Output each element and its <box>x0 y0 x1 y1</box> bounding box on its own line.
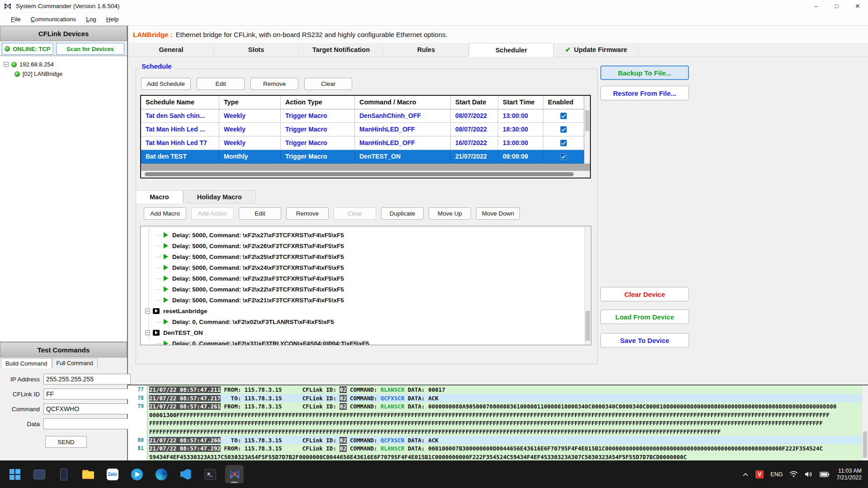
scan-for-devices-button[interactable]: Scan for Devices <box>56 43 124 55</box>
enabled-checkbox[interactable] <box>560 153 567 160</box>
taskbar-icon-phone-link[interactable] <box>54 465 73 483</box>
log-row[interactable]: 59434F4EF45330323A317C5030323A54F5F55D7D… <box>128 453 868 460</box>
menu-item-communications[interactable]: Communications <box>26 14 81 24</box>
load-from-device-button[interactable]: Load From Device <box>600 310 689 324</box>
ip-address-input[interactable] <box>43 374 131 385</box>
table-row[interactable]: Tat Man Hinh Led T7WeeklyTrigger MacroMa… <box>141 136 590 150</box>
scrollbar-thumb[interactable] <box>145 172 574 176</box>
macro-tree-item[interactable]: Delay: 5000, Command: \xF2\x23\xF3TCFXRS… <box>141 273 591 284</box>
menu-item-file[interactable]: File <box>6 14 26 24</box>
collapse-icon[interactable] <box>145 309 150 314</box>
tab-target-notification[interactable]: Target Notification <box>299 43 384 56</box>
menu-item-log[interactable]: Log <box>81 14 101 24</box>
data-input[interactable] <box>43 418 131 429</box>
unikey-icon[interactable]: V <box>755 470 764 479</box>
taskbar-icon-edge[interactable] <box>152 465 170 483</box>
send-button[interactable]: SEND <box>45 436 87 448</box>
log-row[interactable]: FFFFFFFFFFFFFFFFFFFFFFFFFFFFFFFFFFFFFFFF… <box>128 419 868 427</box>
column-header-command-macro[interactable]: Command / Macro <box>355 96 451 109</box>
macro-tab-macro[interactable]: Macro <box>136 190 183 203</box>
clear-button[interactable]: Clear <box>334 207 376 220</box>
macro-tree-item[interactable]: resetLanbridge <box>141 305 591 316</box>
volume-icon[interactable] <box>805 471 813 478</box>
tc-tab-build-command[interactable]: Build Command <box>1 358 52 368</box>
enabled-checkbox[interactable] <box>560 113 567 119</box>
collapse-icon[interactable] <box>145 330 150 335</box>
duplicate-button[interactable]: Duplicate <box>381 207 424 220</box>
log-row[interactable]: 00001300FFFFFFFFFFFFFFFFFFFFFFFFFFFFFFFF… <box>128 411 868 419</box>
add-action-button[interactable]: Add Action <box>191 207 234 220</box>
schedule-table-vertical-scrollbar[interactable] <box>584 96 590 164</box>
move-down-button[interactable]: Move Down <box>476 207 520 220</box>
macro-tree-item[interactable]: Delay: 0, Command: \xF2\x31\xF3TRLYCON\x… <box>141 338 591 345</box>
table-row[interactable]: Bat den TESTMonthlyTrigger MacroDenTEST_… <box>141 150 590 164</box>
log-vertical-scrollbar[interactable] <box>862 385 868 460</box>
log-row[interactable]: 7721/07/22 08:57:47.211 FROM: 115.78.3.1… <box>128 385 868 394</box>
taskbar-icon-file-explorer[interactable] <box>79 465 97 483</box>
remove-button[interactable]: Remove <box>250 78 298 90</box>
taskbar-icon-terminal[interactable]: M_ <box>201 465 219 483</box>
tab-update-firmware[interactable]: ✔Update Firmware <box>554 43 639 56</box>
device-tree-item-lanbridge[interactable]: [02] LANBridge <box>4 69 127 79</box>
tab-scheduler[interactable]: Scheduler <box>469 43 554 57</box>
macro-tab-holiday-macro[interactable]: Holiday Macro <box>183 190 256 203</box>
enabled-checkbox[interactable] <box>560 126 567 133</box>
column-header-enabled[interactable]: Enabled <box>543 96 584 109</box>
schedule-table-horizontal-scrollbar[interactable] <box>141 171 590 178</box>
taskbar-icon-telegram[interactable] <box>127 465 146 483</box>
tab-rules[interactable]: Rules <box>384 43 469 56</box>
maximize-button[interactable]: □ <box>826 0 847 12</box>
collapse-icon[interactable] <box>4 62 9 67</box>
save-to-device-button[interactable]: Save To Device <box>600 333 689 347</box>
add-schedule-button[interactable]: Add Schedule <box>141 78 191 90</box>
column-header-action-type[interactable]: Action Type <box>281 96 355 109</box>
macro-tree-item[interactable]: Delay: 5000, Command: \xF2\x21\xF3TCFXRS… <box>141 295 591 305</box>
table-row[interactable]: Tat Man Hinh Led ...WeeklyTrigger MacroM… <box>141 123 590 136</box>
macro-tree-item[interactable]: Delay: 5000, Command: \xF2\x25\xF3TCFXRS… <box>141 251 591 262</box>
column-header-type[interactable]: Type <box>219 96 281 109</box>
column-header-schedule-name[interactable]: Schedule Name <box>141 96 219 109</box>
move-up-button[interactable]: Move Up <box>429 207 471 220</box>
macro-tree-item[interactable]: Delay: 5000, Command: \xF2\x27\xF3TCFXRS… <box>141 230 591 240</box>
taskbar-icon-keyboard-app[interactable] <box>30 465 48 483</box>
minimize-button[interactable]: – <box>806 0 826 12</box>
add-macro-button[interactable]: Add Macro <box>144 207 186 220</box>
macro-tree-item[interactable]: Delay: 5000, Command: \xF2\x24\xF3TCFXRS… <box>141 262 591 273</box>
log-row[interactable]: 7821/07/22 08:57:47.217 TO: 115.78.3.15 … <box>128 394 868 403</box>
language-indicator[interactable]: ENG <box>770 471 783 478</box>
macro-tree-item[interactable]: DenTEST_ON <box>141 327 591 338</box>
taskbar-icon-vscode[interactable] <box>176 465 195 483</box>
close-button[interactable]: ✕ <box>847 0 868 12</box>
column-header-start-time[interactable]: Start Time <box>498 96 543 109</box>
remove-button[interactable]: Remove <box>286 207 329 220</box>
tab-general[interactable]: General <box>129 43 214 56</box>
edit-button[interactable]: Edit <box>197 78 245 90</box>
taskbar-clock[interactable]: 11:03 AM 7/21/2022 <box>836 468 862 481</box>
restore-from-file-button[interactable]: Restore From File... <box>600 86 689 100</box>
log-row[interactable]: FFFFFFFFFFFFFFFFFFFFFFFFFFFFFFFFFFFFFFFF… <box>128 427 868 436</box>
macro-tree-item[interactable]: Delay: 5000, Command: \xF2\x26\xF3TCFXRS… <box>141 240 591 251</box>
log-row[interactable]: 7921/07/22 08:57:47.261 FROM: 115.78.3.1… <box>128 402 868 411</box>
device-tree-root[interactable]: 192.68.8.254 <box>4 60 127 69</box>
online-status-button[interactable]: ONLINE: TCP <box>2 43 53 55</box>
enabled-checkbox[interactable] <box>560 140 567 146</box>
log-row[interactable]: 8121/07/22 08:57:47.292 FROM: 115.78.3.1… <box>128 444 868 453</box>
clear-device-button[interactable]: Clear Device <box>600 287 689 301</box>
edit-button[interactable]: Edit <box>239 207 281 220</box>
macro-tree-item[interactable]: Delay: 5000, Command: \xF2\x22\xF3TCFXRS… <box>141 284 591 295</box>
command-input[interactable] <box>43 404 131 414</box>
log-row[interactable]: 8021/07/22 08:57:47.266 TO: 115.78.3.15 … <box>128 436 868 445</box>
menu-item-help[interactable]: Help <box>101 14 124 24</box>
taskbar-icon-start[interactable] <box>5 465 24 483</box>
battery-icon[interactable] <box>820 472 830 477</box>
macro-tree-item[interactable]: Delay: 0, Command: \xF2\x02\xF3TLANRST\x… <box>141 316 591 327</box>
column-header-start-date[interactable]: Start Date <box>451 96 498 109</box>
table-row[interactable]: Tat den Sanh chin...WeeklyTrigger MacroD… <box>141 109 590 123</box>
taskbar-icon-system-commander[interactable] <box>225 465 244 483</box>
tab-slots[interactable]: Slots <box>214 43 299 56</box>
backup-to-file-button[interactable]: Backup To File... <box>600 66 689 80</box>
taskbar-icon-zalo[interactable]: Zalo <box>103 465 122 483</box>
wifi-icon[interactable] <box>789 471 798 478</box>
clear-button[interactable]: Clear <box>304 78 352 90</box>
tray-overflow-chevron-icon[interactable] <box>742 472 749 477</box>
